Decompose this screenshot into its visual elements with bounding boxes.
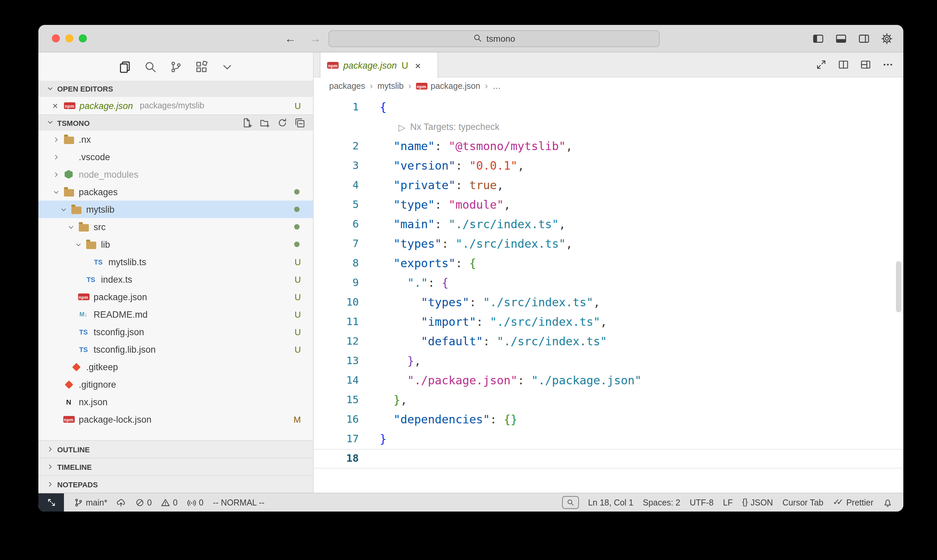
code-line-9[interactable]: 9 ".": { <box>314 273 903 293</box>
settings-gear-icon[interactable] <box>881 33 892 44</box>
tree-item-label: .nx <box>79 134 91 145</box>
tree-item-vscode[interactable]: .vscode <box>38 148 313 166</box>
tree-item-src[interactable]: src <box>38 218 313 235</box>
tree-item-packages[interactable]: packages <box>38 183 313 201</box>
breadcrumb-label: packages <box>329 82 365 91</box>
command-center[interactable]: tsmono <box>328 30 660 47</box>
close-tab-icon[interactable]: × <box>415 60 421 71</box>
eol-sequence[interactable]: LF <box>718 493 737 512</box>
tree-item-tsconfig-json[interactable]: TStsconfig.jsonU <box>38 323 313 341</box>
split-editor-icon[interactable] <box>838 59 849 70</box>
indentation[interactable]: Spaces: 2 <box>638 493 685 512</box>
tree-item-gitkeep[interactable]: .gitkeep <box>38 358 313 375</box>
notifications[interactable] <box>878 493 897 512</box>
code-line-14[interactable]: 14 "./package.json": "./package.json" <box>314 371 903 391</box>
code-line-18[interactable]: 18 <box>314 449 903 468</box>
close-button[interactable] <box>52 34 60 42</box>
layout-panel-icon[interactable] <box>835 33 847 44</box>
breadcrumb-item-[interactable]: … <box>492 82 501 91</box>
codelens-nx-targets[interactable]: ▷Nx Targets: typecheck <box>314 117 903 137</box>
problems-warnings[interactable]: 0 <box>157 493 182 512</box>
breadcrumb-item-mytslib[interactable]: mytslib <box>377 82 403 91</box>
tree-item-index-ts[interactable]: TSindex.tsU <box>38 271 313 288</box>
editor-layout-icon[interactable] <box>860 59 871 70</box>
tree-item-mytslib[interactable]: mytslib <box>38 201 313 218</box>
code-line-11[interactable]: 11 "import": "./src/index.ts", <box>314 312 903 332</box>
remote-indicator[interactable] <box>38 493 64 512</box>
layout-secondary-sidebar-icon[interactable] <box>858 33 870 44</box>
cursor-position[interactable]: Ln 18, Col 1 <box>583 493 638 512</box>
chevron-right-icon <box>46 463 54 471</box>
close-editor-icon[interactable]: × <box>51 100 60 111</box>
code-line-17[interactable]: 17} <box>314 429 903 449</box>
tab-bar: npmpackage.jsonU× <box>314 52 903 77</box>
code-line-6[interactable]: 6 "main": "./src/index.ts", <box>314 215 903 234</box>
code-line-4[interactable]: 4 "private": true, <box>314 176 903 195</box>
more-views-icon[interactable] <box>220 60 233 73</box>
open-editors-header[interactable]: OPEN EDITORS <box>38 81 313 97</box>
code-line-1[interactable]: 1{ <box>314 98 903 117</box>
new-file-icon[interactable] <box>242 118 252 128</box>
search-icon[interactable] <box>144 60 157 73</box>
new-folder-icon[interactable] <box>260 118 270 128</box>
zoom-indicator[interactable] <box>557 493 583 512</box>
open-changes-icon[interactable] <box>816 59 826 70</box>
tree-item-tsconfig-lib-json[interactable]: TStsconfig.lib.jsonU <box>38 341 313 358</box>
explorer-icon[interactable] <box>118 60 131 73</box>
breadcrumb-item-packages[interactable]: packages <box>329 82 365 91</box>
zoom-button[interactable] <box>79 34 87 42</box>
tree-item-package-json[interactable]: npmpackage.jsonU <box>38 288 313 306</box>
language-mode[interactable]: {}JSON <box>737 493 777 512</box>
tab-package-json[interactable]: npmpackage.jsonU× <box>320 52 438 78</box>
code-line-12[interactable]: 12 "default": "./src/index.ts" <box>314 332 903 351</box>
section-header-notepads[interactable]: NOTEPADS <box>38 475 313 493</box>
code-line-8[interactable]: 8 "exports": { <box>314 254 903 273</box>
code-line-2[interactable]: 2 "name": "@tsmono/mytslib", <box>314 137 903 156</box>
breadcrumb-item-package-json[interactable]: npmpackage.json <box>416 82 480 91</box>
history-back-icon[interactable]: ← <box>285 33 296 44</box>
code-line-7[interactable]: 7 "types": "./src/index.ts", <box>314 234 903 254</box>
minimize-button[interactable] <box>65 34 73 42</box>
layout-sidebar-icon[interactable] <box>812 33 824 44</box>
code-token: , <box>518 159 525 172</box>
scrollbar-thumb[interactable] <box>896 261 901 312</box>
tree-item-nx[interactable]: .nx <box>38 131 313 148</box>
problems-errors[interactable]: 0 <box>131 493 157 512</box>
tree-item-node-modules[interactable]: node_modules <box>38 166 313 183</box>
tree-item-readme-md[interactable]: M↓README.mdU <box>38 306 313 323</box>
project-header[interactable]: TSMONO <box>38 114 313 131</box>
encoding[interactable]: UTF-8 <box>685 493 718 512</box>
publish-changes[interactable] <box>112 493 131 512</box>
code-editor[interactable]: 1{▷Nx Targets: typecheck2 "name": "@tsmo… <box>314 95 903 493</box>
code-line-3[interactable]: 3 "version": "0.0.1", <box>314 156 903 176</box>
tree-item-package-lock-json[interactable]: npmpackage-lock.jsonM <box>38 411 313 428</box>
tree-item-lib[interactable]: lib <box>38 235 313 253</box>
code-line-text: }, <box>374 391 407 410</box>
ports[interactable]: 0 <box>182 493 208 512</box>
titlebar[interactable]: ←→ tsmono <box>38 25 903 52</box>
section-header-outline[interactable]: OUTLINE <box>38 440 313 458</box>
vim-mode[interactable]: -- NORMAL -- <box>208 493 269 512</box>
collapse-folders-icon[interactable] <box>295 118 305 128</box>
section-header-timeline[interactable]: TIMELINE <box>38 458 313 475</box>
code-line-16[interactable]: 16 "dependencies": {} <box>314 410 903 429</box>
cursor-tab[interactable]: Cursor Tab <box>778 493 828 512</box>
extensions-icon[interactable] <box>195 60 208 73</box>
tree-item-gitignore[interactable]: .gitignore <box>38 375 313 393</box>
code-line-15[interactable]: 15 }, <box>314 391 903 410</box>
refresh-explorer-icon[interactable] <box>277 118 288 128</box>
branch-status[interactable]: main* <box>69 493 112 512</box>
open-editor-item[interactable]: ×npmpackage.jsonpackages/mytslibU <box>38 97 313 114</box>
chevron-down-icon <box>46 85 54 92</box>
more-actions-icon[interactable] <box>883 59 893 70</box>
formatter[interactable]: ✓✓Prettier <box>828 493 879 512</box>
history-forward-icon[interactable]: → <box>310 33 321 44</box>
line-number: 3 <box>314 156 374 176</box>
code-line-5[interactable]: 5 "type": "module", <box>314 195 903 215</box>
tree-item-mytslib-ts[interactable]: TSmytslib.tsU <box>38 253 313 271</box>
code-line-10[interactable]: 10 "types": "./src/index.ts", <box>314 293 903 312</box>
code-line-13[interactable]: 13 }, <box>314 351 903 371</box>
tree-item-nx-json[interactable]: Nnx.json <box>38 393 313 411</box>
source-control-icon[interactable] <box>169 60 182 73</box>
app-window: ←→ tsmono OPEN EDITORS ×npmpackage.jsonp… <box>38 25 903 512</box>
